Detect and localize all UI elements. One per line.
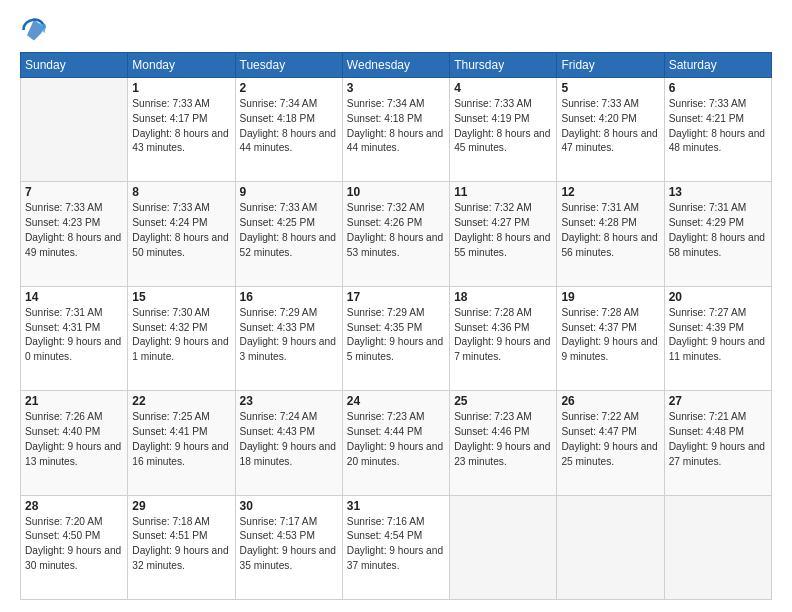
calendar-cell: 8 Sunrise: 7:33 AMSunset: 4:24 PMDayligh… <box>128 182 235 286</box>
calendar-table: SundayMondayTuesdayWednesdayThursdayFrid… <box>20 52 772 600</box>
day-number: 12 <box>561 185 659 199</box>
calendar-cell: 16 Sunrise: 7:29 AMSunset: 4:33 PMDaylig… <box>235 286 342 390</box>
day-info: Sunrise: 7:34 AMSunset: 4:18 PMDaylight:… <box>240 97 338 156</box>
calendar-cell: 17 Sunrise: 7:29 AMSunset: 4:35 PMDaylig… <box>342 286 449 390</box>
day-number: 22 <box>132 394 230 408</box>
weekday-header-sunday: Sunday <box>21 53 128 78</box>
week-row-4: 28 Sunrise: 7:20 AMSunset: 4:50 PMDaylig… <box>21 495 772 599</box>
day-info: Sunrise: 7:31 AMSunset: 4:28 PMDaylight:… <box>561 201 659 260</box>
page: SundayMondayTuesdayWednesdayThursdayFrid… <box>0 0 792 612</box>
calendar-cell: 22 Sunrise: 7:25 AMSunset: 4:41 PMDaylig… <box>128 391 235 495</box>
day-number: 28 <box>25 499 123 513</box>
calendar-cell: 2 Sunrise: 7:34 AMSunset: 4:18 PMDayligh… <box>235 78 342 182</box>
calendar-cell: 25 Sunrise: 7:23 AMSunset: 4:46 PMDaylig… <box>450 391 557 495</box>
day-info: Sunrise: 7:33 AMSunset: 4:19 PMDaylight:… <box>454 97 552 156</box>
calendar-cell: 6 Sunrise: 7:33 AMSunset: 4:21 PMDayligh… <box>664 78 771 182</box>
day-info: Sunrise: 7:23 AMSunset: 4:44 PMDaylight:… <box>347 410 445 469</box>
day-info: Sunrise: 7:24 AMSunset: 4:43 PMDaylight:… <box>240 410 338 469</box>
day-info: Sunrise: 7:26 AMSunset: 4:40 PMDaylight:… <box>25 410 123 469</box>
weekday-header-thursday: Thursday <box>450 53 557 78</box>
day-info: Sunrise: 7:16 AMSunset: 4:54 PMDaylight:… <box>347 515 445 574</box>
weekday-header-saturday: Saturday <box>664 53 771 78</box>
day-number: 17 <box>347 290 445 304</box>
weekday-header-friday: Friday <box>557 53 664 78</box>
calendar-cell: 14 Sunrise: 7:31 AMSunset: 4:31 PMDaylig… <box>21 286 128 390</box>
day-number: 31 <box>347 499 445 513</box>
day-info: Sunrise: 7:33 AMSunset: 4:24 PMDaylight:… <box>132 201 230 260</box>
calendar-cell: 24 Sunrise: 7:23 AMSunset: 4:44 PMDaylig… <box>342 391 449 495</box>
calendar-cell: 30 Sunrise: 7:17 AMSunset: 4:53 PMDaylig… <box>235 495 342 599</box>
calendar-cell: 29 Sunrise: 7:18 AMSunset: 4:51 PMDaylig… <box>128 495 235 599</box>
day-info: Sunrise: 7:33 AMSunset: 4:21 PMDaylight:… <box>669 97 767 156</box>
day-number: 3 <box>347 81 445 95</box>
weekday-header-wednesday: Wednesday <box>342 53 449 78</box>
day-number: 10 <box>347 185 445 199</box>
day-number: 9 <box>240 185 338 199</box>
calendar-cell: 7 Sunrise: 7:33 AMSunset: 4:23 PMDayligh… <box>21 182 128 286</box>
day-number: 16 <box>240 290 338 304</box>
calendar-cell <box>21 78 128 182</box>
day-info: Sunrise: 7:27 AMSunset: 4:39 PMDaylight:… <box>669 306 767 365</box>
day-number: 26 <box>561 394 659 408</box>
calendar-cell: 19 Sunrise: 7:28 AMSunset: 4:37 PMDaylig… <box>557 286 664 390</box>
weekday-header-tuesday: Tuesday <box>235 53 342 78</box>
calendar-cell: 21 Sunrise: 7:26 AMSunset: 4:40 PMDaylig… <box>21 391 128 495</box>
day-info: Sunrise: 7:28 AMSunset: 4:36 PMDaylight:… <box>454 306 552 365</box>
calendar-cell: 10 Sunrise: 7:32 AMSunset: 4:26 PMDaylig… <box>342 182 449 286</box>
day-number: 21 <box>25 394 123 408</box>
day-number: 8 <box>132 185 230 199</box>
day-info: Sunrise: 7:18 AMSunset: 4:51 PMDaylight:… <box>132 515 230 574</box>
calendar-header: SundayMondayTuesdayWednesdayThursdayFrid… <box>21 53 772 78</box>
day-info: Sunrise: 7:29 AMSunset: 4:33 PMDaylight:… <box>240 306 338 365</box>
week-row-3: 21 Sunrise: 7:26 AMSunset: 4:40 PMDaylig… <box>21 391 772 495</box>
day-info: Sunrise: 7:31 AMSunset: 4:31 PMDaylight:… <box>25 306 123 365</box>
day-number: 5 <box>561 81 659 95</box>
day-number: 15 <box>132 290 230 304</box>
logo-icon <box>20 16 48 44</box>
week-row-0: 1 Sunrise: 7:33 AMSunset: 4:17 PMDayligh… <box>21 78 772 182</box>
day-number: 7 <box>25 185 123 199</box>
day-info: Sunrise: 7:21 AMSunset: 4:48 PMDaylight:… <box>669 410 767 469</box>
day-info: Sunrise: 7:32 AMSunset: 4:27 PMDaylight:… <box>454 201 552 260</box>
day-info: Sunrise: 7:29 AMSunset: 4:35 PMDaylight:… <box>347 306 445 365</box>
week-row-1: 7 Sunrise: 7:33 AMSunset: 4:23 PMDayligh… <box>21 182 772 286</box>
day-info: Sunrise: 7:34 AMSunset: 4:18 PMDaylight:… <box>347 97 445 156</box>
calendar-cell: 4 Sunrise: 7:33 AMSunset: 4:19 PMDayligh… <box>450 78 557 182</box>
calendar-cell: 15 Sunrise: 7:30 AMSunset: 4:32 PMDaylig… <box>128 286 235 390</box>
day-number: 27 <box>669 394 767 408</box>
calendar-cell <box>450 495 557 599</box>
day-number: 2 <box>240 81 338 95</box>
calendar-cell <box>664 495 771 599</box>
calendar-cell: 26 Sunrise: 7:22 AMSunset: 4:47 PMDaylig… <box>557 391 664 495</box>
day-number: 13 <box>669 185 767 199</box>
day-info: Sunrise: 7:33 AMSunset: 4:25 PMDaylight:… <box>240 201 338 260</box>
day-info: Sunrise: 7:33 AMSunset: 4:23 PMDaylight:… <box>25 201 123 260</box>
day-info: Sunrise: 7:22 AMSunset: 4:47 PMDaylight:… <box>561 410 659 469</box>
day-info: Sunrise: 7:33 AMSunset: 4:17 PMDaylight:… <box>132 97 230 156</box>
day-info: Sunrise: 7:20 AMSunset: 4:50 PMDaylight:… <box>25 515 123 574</box>
calendar-cell: 1 Sunrise: 7:33 AMSunset: 4:17 PMDayligh… <box>128 78 235 182</box>
calendar-cell: 27 Sunrise: 7:21 AMSunset: 4:48 PMDaylig… <box>664 391 771 495</box>
day-number: 14 <box>25 290 123 304</box>
day-number: 24 <box>347 394 445 408</box>
day-info: Sunrise: 7:33 AMSunset: 4:20 PMDaylight:… <box>561 97 659 156</box>
calendar-body: 1 Sunrise: 7:33 AMSunset: 4:17 PMDayligh… <box>21 78 772 600</box>
day-number: 6 <box>669 81 767 95</box>
header <box>20 16 772 44</box>
day-info: Sunrise: 7:28 AMSunset: 4:37 PMDaylight:… <box>561 306 659 365</box>
day-number: 1 <box>132 81 230 95</box>
calendar-cell <box>557 495 664 599</box>
day-number: 30 <box>240 499 338 513</box>
day-info: Sunrise: 7:30 AMSunset: 4:32 PMDaylight:… <box>132 306 230 365</box>
day-info: Sunrise: 7:31 AMSunset: 4:29 PMDaylight:… <box>669 201 767 260</box>
calendar-cell: 13 Sunrise: 7:31 AMSunset: 4:29 PMDaylig… <box>664 182 771 286</box>
day-number: 23 <box>240 394 338 408</box>
day-number: 25 <box>454 394 552 408</box>
calendar-cell: 11 Sunrise: 7:32 AMSunset: 4:27 PMDaylig… <box>450 182 557 286</box>
calendar-cell: 20 Sunrise: 7:27 AMSunset: 4:39 PMDaylig… <box>664 286 771 390</box>
day-number: 4 <box>454 81 552 95</box>
calendar-cell: 5 Sunrise: 7:33 AMSunset: 4:20 PMDayligh… <box>557 78 664 182</box>
calendar-cell: 18 Sunrise: 7:28 AMSunset: 4:36 PMDaylig… <box>450 286 557 390</box>
calendar-cell: 3 Sunrise: 7:34 AMSunset: 4:18 PMDayligh… <box>342 78 449 182</box>
weekday-row: SundayMondayTuesdayWednesdayThursdayFrid… <box>21 53 772 78</box>
